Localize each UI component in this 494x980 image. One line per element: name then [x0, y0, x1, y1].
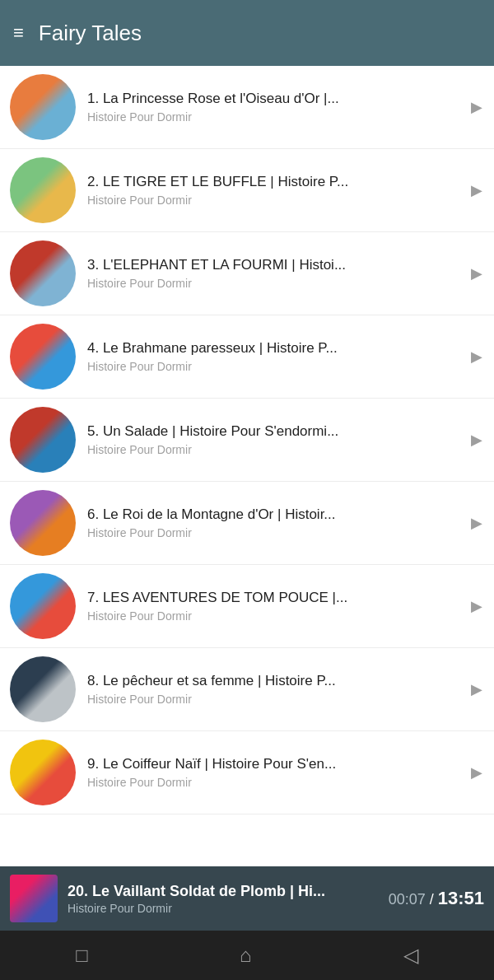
item-thumbnail [10, 407, 76, 473]
item-title: 2. LE TIGRE ET LE BUFFLE | Histoire P... [87, 174, 484, 190]
list-item[interactable]: 6. Le Roi de la Montagne d'Or | Histoir.… [0, 482, 494, 565]
play-icon[interactable]: ▶ [471, 264, 482, 282]
item-thumbnail [10, 656, 76, 722]
item-subtitle: Histoire Pour Dormir [87, 609, 484, 623]
list-item[interactable]: 9. Le Coiffeur Naïf | Histoire Pour S'en… [0, 731, 494, 814]
now-playing-title: 20. Le Vaillant Soldat de Plomb | Hi... [68, 883, 382, 900]
item-subtitle: Histoire Pour Dormir [87, 194, 484, 207]
item-subtitle: Histoire Pour Dormir [87, 776, 484, 789]
item-subtitle: Histoire Pour Dormir [87, 360, 484, 373]
navigation-bar: □ ⌂ ◁ [0, 931, 494, 980]
back-icon[interactable]: ◁ [387, 937, 435, 973]
list-item[interactable]: 1. La Princesse Rose et l'Oiseau d'Or |.… [0, 66, 494, 149]
item-subtitle: Histoire Pour Dormir [87, 277, 484, 290]
now-playing-bar[interactable]: 20. Le Vaillant Soldat de Plomb | Hi... … [0, 866, 494, 931]
item-thumbnail [10, 157, 76, 223]
play-icon[interactable]: ▶ [471, 98, 482, 116]
now-playing-time: 00:07 / 13:51 [389, 888, 484, 909]
item-title: 5. Un Salade | Histoire Pour S'endormi..… [87, 423, 484, 440]
play-icon[interactable]: ▶ [471, 514, 482, 532]
item-text: 3. L'ELEPHANT ET LA FOURMI | Histoi...Hi… [87, 257, 484, 290]
item-thumbnail [10, 240, 76, 306]
list-item[interactable]: 7. LES AVENTURES DE TOM POUCE |...Histoi… [0, 565, 494, 648]
menu-icon[interactable]: ≡ [13, 24, 22, 42]
list-item[interactable]: 5. Un Salade | Histoire Pour S'endormi..… [0, 399, 494, 482]
total-time: 13:51 [438, 888, 484, 908]
list-item[interactable]: 4. Le Brahmane paresseux | Histoire P...… [0, 315, 494, 399]
item-title: 7. LES AVENTURES DE TOM POUCE |... [87, 590, 484, 606]
item-title: 9. Le Coiffeur Naïf | Histoire Pour S'en… [87, 756, 484, 772]
item-thumbnail [10, 74, 76, 140]
recents-icon[interactable]: □ [59, 937, 105, 973]
list-item[interactable]: 8. Le pêcheur et sa femme | Histoire P..… [0, 648, 494, 731]
item-text: 8. Le pêcheur et sa femme | Histoire P..… [87, 673, 484, 706]
now-playing-info: 20. Le Vaillant Soldat de Plomb | Hi... … [68, 883, 382, 915]
item-text: 2. LE TIGRE ET LE BUFFLE | Histoire P...… [87, 174, 484, 207]
item-thumbnail [10, 740, 76, 805]
item-title: 4. Le Brahmane paresseux | Histoire P... [87, 340, 484, 357]
item-text: 9. Le Coiffeur Naïf | Histoire Pour S'en… [87, 756, 484, 789]
play-icon[interactable]: ▶ [471, 181, 482, 199]
item-text: 6. Le Roi de la Montagne d'Or | Histoir.… [87, 506, 484, 539]
now-playing-thumbnail [10, 875, 58, 922]
item-title: 1. La Princesse Rose et l'Oiseau d'Or |.… [87, 91, 484, 107]
playlist-list: 1. La Princesse Rose et l'Oiseau d'Or |.… [0, 66, 494, 866]
time-separator: / [426, 891, 438, 908]
item-thumbnail [10, 573, 76, 639]
play-icon[interactable]: ▶ [471, 431, 482, 449]
item-text: 5. Un Salade | Histoire Pour S'endormi..… [87, 423, 484, 456]
now-playing-subtitle: Histoire Pour Dormir [68, 902, 382, 915]
list-item[interactable]: 3. L'ELEPHANT ET LA FOURMI | Histoi...Hi… [0, 232, 494, 315]
play-icon[interactable]: ▶ [471, 763, 482, 782]
item-thumbnail [10, 324, 76, 390]
item-title: 3. L'ELEPHANT ET LA FOURMI | Histoi... [87, 257, 484, 273]
play-icon[interactable]: ▶ [471, 680, 482, 698]
current-time: 00:07 [389, 891, 426, 908]
item-subtitle: Histoire Pour Dormir [87, 443, 484, 456]
app-header: ≡ Fairy Tales [0, 0, 494, 66]
item-subtitle: Histoire Pour Dormir [87, 693, 484, 706]
list-item[interactable]: 2. LE TIGRE ET LE BUFFLE | Histoire P...… [0, 149, 494, 232]
item-text: 7. LES AVENTURES DE TOM POUCE |...Histoi… [87, 590, 484, 623]
home-icon[interactable]: ⌂ [223, 937, 268, 973]
item-text: 4. Le Brahmane paresseux | Histoire P...… [87, 340, 484, 373]
item-text: 1. La Princesse Rose et l'Oiseau d'Or |.… [87, 91, 484, 124]
page-title: Fairy Tales [39, 21, 142, 46]
item-subtitle: Histoire Pour Dormir [87, 110, 484, 124]
item-title: 6. Le Roi de la Montagne d'Or | Histoir.… [87, 506, 484, 523]
item-thumbnail [10, 490, 76, 556]
play-icon[interactable]: ▶ [471, 348, 482, 366]
play-icon[interactable]: ▶ [471, 597, 482, 615]
item-subtitle: Histoire Pour Dormir [87, 526, 484, 539]
item-title: 8. Le pêcheur et sa femme | Histoire P..… [87, 673, 484, 689]
